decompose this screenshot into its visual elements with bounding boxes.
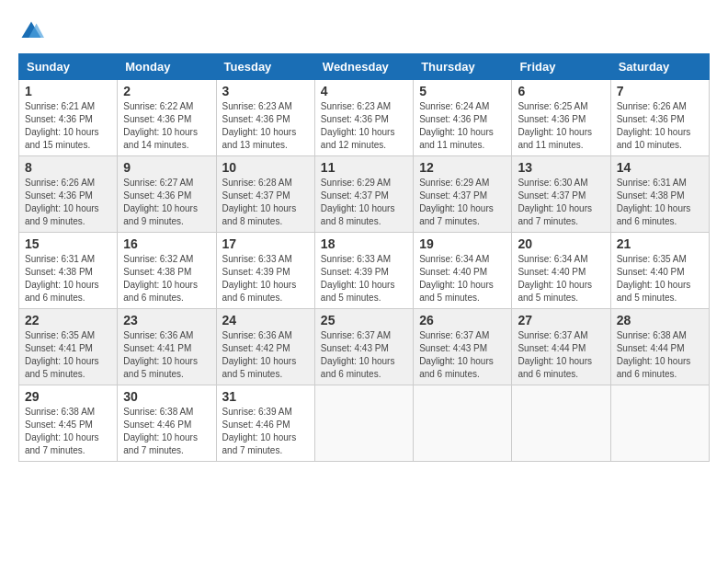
calendar-cell: 11Sunrise: 6:29 AM Sunset: 4:37 PM Dayli…: [314, 156, 413, 233]
calendar-cell: 10Sunrise: 6:28 AM Sunset: 4:37 PM Dayli…: [216, 156, 314, 233]
calendar-cell: 29Sunrise: 6:38 AM Sunset: 4:45 PM Dayli…: [19, 385, 118, 462]
day-number: 16: [123, 236, 210, 251]
day-info: Sunrise: 6:35 AM Sunset: 4:41 PM Dayligh…: [25, 329, 111, 381]
day-info: Sunrise: 6:26 AM Sunset: 4:36 PM Dayligh…: [617, 100, 703, 152]
calendar-cell: 8Sunrise: 6:26 AM Sunset: 4:36 PM Daylig…: [19, 156, 118, 233]
day-number: 28: [617, 313, 703, 327]
day-number: 14: [617, 160, 703, 175]
calendar-week-4: 22Sunrise: 6:35 AM Sunset: 4:41 PM Dayli…: [19, 309, 710, 385]
calendar-cell: 19Sunrise: 6:34 AM Sunset: 4:40 PM Dayli…: [414, 233, 512, 309]
day-number: 3: [222, 84, 309, 98]
calendar-cell: 26Sunrise: 6:37 AM Sunset: 4:43 PM Dayli…: [414, 309, 512, 385]
day-header-saturday: Saturday: [610, 54, 709, 80]
day-number: 30: [123, 389, 210, 404]
header: [18, 18, 710, 44]
calendar-cell: [314, 385, 413, 462]
day-info: Sunrise: 6:37 AM Sunset: 4:43 PM Dayligh…: [419, 329, 506, 381]
day-header-monday: Monday: [118, 54, 216, 80]
day-info: Sunrise: 6:31 AM Sunset: 4:38 PM Dayligh…: [25, 253, 111, 304]
calendar-cell: 4Sunrise: 6:23 AM Sunset: 4:36 PM Daylig…: [314, 80, 413, 156]
day-info: Sunrise: 6:27 AM Sunset: 4:36 PM Dayligh…: [123, 177, 210, 228]
day-number: 4: [321, 84, 407, 98]
calendar-cell: 30Sunrise: 6:38 AM Sunset: 4:46 PM Dayli…: [118, 385, 216, 462]
day-number: 20: [518, 236, 604, 251]
day-number: 9: [123, 160, 210, 175]
day-number: 10: [222, 160, 309, 175]
day-info: Sunrise: 6:32 AM Sunset: 4:38 PM Dayligh…: [123, 253, 210, 304]
calendar-cell: 18Sunrise: 6:33 AM Sunset: 4:39 PM Dayli…: [314, 233, 413, 309]
calendar-week-2: 8Sunrise: 6:26 AM Sunset: 4:36 PM Daylig…: [19, 156, 710, 233]
day-info: Sunrise: 6:36 AM Sunset: 4:42 PM Dayligh…: [222, 329, 309, 381]
day-header-tuesday: Tuesday: [216, 54, 314, 80]
calendar-cell: 23Sunrise: 6:36 AM Sunset: 4:41 PM Dayli…: [118, 309, 216, 385]
calendar-table: SundayMondayTuesdayWednesdayThursdayFrid…: [18, 53, 710, 462]
day-number: 12: [419, 160, 506, 175]
day-info: Sunrise: 6:25 AM Sunset: 4:36 PM Dayligh…: [518, 100, 604, 152]
calendar-cell: 24Sunrise: 6:36 AM Sunset: 4:42 PM Dayli…: [216, 309, 314, 385]
day-info: Sunrise: 6:37 AM Sunset: 4:43 PM Dayligh…: [321, 329, 407, 381]
day-info: Sunrise: 6:23 AM Sunset: 4:36 PM Dayligh…: [321, 100, 407, 152]
day-number: 7: [617, 84, 703, 98]
calendar-cell: 9Sunrise: 6:27 AM Sunset: 4:36 PM Daylig…: [118, 156, 216, 233]
day-number: 23: [123, 313, 210, 327]
day-number: 25: [321, 313, 407, 327]
day-info: Sunrise: 6:29 AM Sunset: 4:37 PM Dayligh…: [419, 177, 506, 228]
day-info: Sunrise: 6:38 AM Sunset: 4:44 PM Dayligh…: [617, 329, 703, 381]
day-number: 1: [25, 84, 111, 98]
calendar-cell: 27Sunrise: 6:37 AM Sunset: 4:44 PM Dayli…: [512, 309, 610, 385]
calendar-cell: 22Sunrise: 6:35 AM Sunset: 4:41 PM Dayli…: [19, 309, 118, 385]
day-number: 15: [25, 236, 111, 251]
day-number: 26: [419, 313, 506, 327]
calendar-cell: 21Sunrise: 6:35 AM Sunset: 4:40 PM Dayli…: [610, 233, 709, 309]
logo: [18, 18, 48, 44]
day-number: 22: [25, 313, 111, 327]
day-number: 5: [419, 84, 506, 98]
day-info: Sunrise: 6:38 AM Sunset: 4:46 PM Dayligh…: [123, 406, 210, 457]
calendar-cell: 6Sunrise: 6:25 AM Sunset: 4:36 PM Daylig…: [512, 80, 610, 156]
header-row: SundayMondayTuesdayWednesdayThursdayFrid…: [19, 54, 710, 80]
day-number: 2: [123, 84, 210, 98]
day-number: 21: [617, 236, 703, 251]
day-info: Sunrise: 6:31 AM Sunset: 4:38 PM Dayligh…: [617, 177, 703, 228]
day-info: Sunrise: 6:26 AM Sunset: 4:36 PM Dayligh…: [25, 177, 111, 228]
calendar-week-3: 15Sunrise: 6:31 AM Sunset: 4:38 PM Dayli…: [19, 233, 710, 309]
calendar-cell: 7Sunrise: 6:26 AM Sunset: 4:36 PM Daylig…: [610, 80, 709, 156]
day-number: 27: [518, 313, 604, 327]
calendar-week-5: 29Sunrise: 6:38 AM Sunset: 4:45 PM Dayli…: [19, 385, 710, 462]
calendar-cell: 20Sunrise: 6:34 AM Sunset: 4:40 PM Dayli…: [512, 233, 610, 309]
day-info: Sunrise: 6:21 AM Sunset: 4:36 PM Dayligh…: [25, 100, 111, 152]
day-info: Sunrise: 6:35 AM Sunset: 4:40 PM Dayligh…: [617, 253, 703, 304]
calendar-cell: 14Sunrise: 6:31 AM Sunset: 4:38 PM Dayli…: [610, 156, 709, 233]
day-header-sunday: Sunday: [19, 54, 118, 80]
day-info: Sunrise: 6:33 AM Sunset: 4:39 PM Dayligh…: [222, 253, 309, 304]
calendar-cell: 5Sunrise: 6:24 AM Sunset: 4:36 PM Daylig…: [414, 80, 512, 156]
day-number: 19: [419, 236, 506, 251]
calendar-week-1: 1Sunrise: 6:21 AM Sunset: 4:36 PM Daylig…: [19, 80, 710, 156]
day-header-thursday: Thursday: [414, 54, 512, 80]
calendar-cell: [512, 385, 610, 462]
day-info: Sunrise: 6:34 AM Sunset: 4:40 PM Dayligh…: [518, 253, 604, 304]
calendar-cell: [610, 385, 709, 462]
day-info: Sunrise: 6:29 AM Sunset: 4:37 PM Dayligh…: [321, 177, 407, 228]
day-number: 8: [25, 160, 111, 175]
day-info: Sunrise: 6:39 AM Sunset: 4:46 PM Dayligh…: [222, 406, 309, 457]
day-number: 11: [321, 160, 407, 175]
calendar-cell: 3Sunrise: 6:23 AM Sunset: 4:36 PM Daylig…: [216, 80, 314, 156]
day-info: Sunrise: 6:34 AM Sunset: 4:40 PM Dayligh…: [419, 253, 506, 304]
calendar-cell: 28Sunrise: 6:38 AM Sunset: 4:44 PM Dayli…: [610, 309, 709, 385]
day-info: Sunrise: 6:22 AM Sunset: 4:36 PM Dayligh…: [123, 100, 210, 152]
calendar-cell: 16Sunrise: 6:32 AM Sunset: 4:38 PM Dayli…: [118, 233, 216, 309]
calendar-cell: [414, 385, 512, 462]
calendar-cell: 31Sunrise: 6:39 AM Sunset: 4:46 PM Dayli…: [216, 385, 314, 462]
day-number: 17: [222, 236, 309, 251]
day-number: 18: [321, 236, 407, 251]
day-number: 13: [518, 160, 604, 175]
day-info: Sunrise: 6:33 AM Sunset: 4:39 PM Dayligh…: [321, 253, 407, 304]
day-header-wednesday: Wednesday: [314, 54, 413, 80]
day-info: Sunrise: 6:28 AM Sunset: 4:37 PM Dayligh…: [222, 177, 309, 228]
calendar-cell: 2Sunrise: 6:22 AM Sunset: 4:36 PM Daylig…: [118, 80, 216, 156]
day-info: Sunrise: 6:36 AM Sunset: 4:41 PM Dayligh…: [123, 329, 210, 381]
calendar-cell: 17Sunrise: 6:33 AM Sunset: 4:39 PM Dayli…: [216, 233, 314, 309]
calendar-cell: 13Sunrise: 6:30 AM Sunset: 4:37 PM Dayli…: [512, 156, 610, 233]
day-info: Sunrise: 6:30 AM Sunset: 4:37 PM Dayligh…: [518, 177, 604, 228]
